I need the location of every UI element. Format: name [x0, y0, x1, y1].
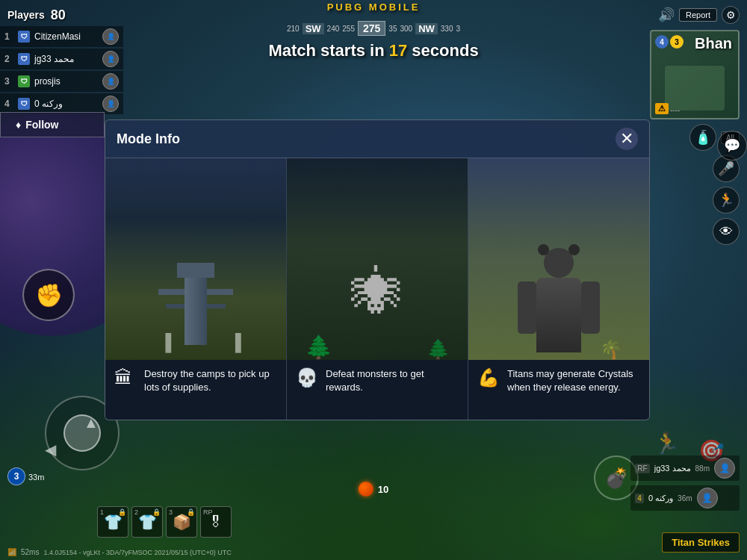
scroll-left-arrow[interactable]: ◀ — [45, 441, 56, 458]
top-right-controls: 🔊 Report ⚙ — [658, 6, 740, 24]
titan-strikes-label: Titan Strikes — [662, 532, 740, 553]
card-desc-2: 💀 Defeat monsters to get rewards. — [287, 360, 468, 420]
signal-ms: 52ms — [21, 548, 39, 556]
card-text-1: Destroy the camps to pick up lots of sup… — [144, 367, 277, 394]
mode-card-1: ▐ ▐ 🏛 Destroy the camps to pick up lots … — [105, 158, 287, 420]
wifi-icon: 📶 — [7, 548, 16, 556]
player-avatar-4: 👤 — [102, 96, 119, 112]
grenade-icon: 💣 — [604, 467, 628, 490]
report-button[interactable]: Report — [679, 8, 717, 22]
lock-icon-1: 🔒 — [118, 508, 126, 516]
distance-label: 33m — [28, 473, 44, 482]
player-avatar-2: 👤 — [102, 51, 119, 67]
eye-button[interactable]: 👁 — [713, 218, 740, 245]
players-label: Players — [7, 9, 45, 21]
inv-slot-rp[interactable]: RP 🎖 — [200, 506, 232, 538]
rank-badge-1: 🛡 — [18, 31, 30, 43]
timer-value: 17 — [389, 41, 407, 60]
rank-badge-2: 🛡 — [18, 53, 30, 65]
minimap-signal: ---- — [670, 106, 680, 114]
scroll-up-arrow[interactable]: ▲ — [84, 414, 99, 432]
minimap: Bhan 4 3 ⚠ ---- — [650, 30, 740, 119]
br-player-1: RF jg33 محمد 88m 👤 — [630, 455, 740, 481]
card-desc-1: 🏛 Destroy the camps to pick up lots of s… — [105, 360, 286, 420]
medkit-button[interactable]: 🧴 — [689, 124, 716, 151]
card-image-1: ▐ ▐ — [105, 158, 286, 360]
modal-title: Mode Info — [117, 131, 180, 147]
run-button[interactable]: 🏃 — [713, 187, 740, 214]
mode-card-3: 🌴 💪 Titans may generate Crystals when th… — [468, 158, 649, 420]
br-avatar-1: 👤 — [714, 458, 735, 479]
player-item: 4 🛡 ورکنه 0 👤 — [0, 93, 123, 114]
settings-button[interactable]: ⚙ — [722, 6, 740, 24]
inv-slot-3[interactable]: 3 📦 🔒 — [166, 506, 197, 538]
minimap-terrain — [665, 66, 725, 111]
minimap-badges: 4 3 — [655, 35, 684, 49]
mode-card-2: 🕷 🌲 🌲 💀 Defeat monsters to get rewards. — [287, 158, 468, 420]
modal-header: Mode Info ✕ — [105, 120, 649, 158]
collectible-ball — [359, 482, 374, 497]
fist-icon: ✊ — [35, 282, 63, 308]
modal-close-button[interactable]: ✕ — [616, 128, 638, 150]
running-figure: 🏃 — [654, 431, 680, 455]
camp-icon: 🏛 — [114, 367, 137, 388]
player-avatar-1: 👤 — [102, 28, 119, 45]
lock-icon-2: 🔒 — [152, 508, 161, 516]
compass: 210 SW 240 255 275 35 300 NW 330 3 — [287, 3, 460, 36]
collectibles-counter: 10 — [359, 482, 388, 497]
signal-info: 📶 52ms 1.4.0J5154 - vgLKt - 3DA/7yFMSOC … — [7, 548, 232, 556]
inv-slot-1[interactable]: 1 👕 🔒 — [97, 506, 128, 538]
titan-icon: 💪 — [477, 367, 500, 388]
player-item: 1 🛡 CitizenMasi 👤 — [0, 26, 123, 47]
rank-badge-3: 🛡 — [18, 75, 30, 87]
minimap-location: Bhan — [695, 35, 732, 52]
monster-icon: 💀 — [296, 367, 318, 388]
fist-button[interactable]: ✊ — [22, 269, 75, 321]
card-desc-3: 💪 Titans may generate Crystals when they… — [468, 360, 649, 420]
follow-button[interactable]: ♦ Follow — [0, 112, 105, 137]
br-rank-2: 4 — [635, 494, 644, 503]
br-player-2: 4 ورکنه 0 36m 👤 — [630, 485, 740, 511]
bottom-right-players: RF jg33 محمد 88m 👤 4 ورکنه 0 36m 👤 — [630, 455, 740, 515]
collectible-count: 10 — [378, 484, 388, 495]
modal-cards: ▐ ▐ 🏛 Destroy the camps to pick up lots … — [105, 158, 649, 420]
chat-button[interactable]: 💬 — [717, 131, 747, 161]
player-avatar-3: 👤 — [102, 73, 119, 90]
top-hud: Players 80 PUBG MOBILE 210 SW 240 255 27… — [0, 0, 747, 30]
sound-icon[interactable]: 🔊 — [658, 7, 675, 23]
rank-badge-4: 🛡 — [18, 98, 30, 110]
diamond-icon: ♦ — [16, 119, 21, 131]
minimap-warning: ⚠ — [655, 103, 669, 114]
mode-info-modal: Mode Info ✕ ▐ — [105, 119, 650, 420]
match-timer: Match starts in 17 seconds — [268, 41, 478, 60]
card-image-2: 🕷 🌲 🌲 — [287, 158, 468, 360]
players-section: Players 80 — [7, 7, 66, 23]
players-count: 80 — [51, 7, 66, 23]
card-image-3: 🌴 — [468, 158, 649, 360]
card-text-2: Defeat monsters to get rewards. — [326, 367, 459, 394]
card-text-3: Titans may generate Crystals when they r… — [507, 367, 640, 394]
inventory-slots: 1 👕 🔒 2 👕 🔒 3 📦 🔒 RP 🎖 — [97, 506, 232, 538]
level-badge: 3 — [7, 467, 25, 485]
br-avatar-2: 👤 — [697, 488, 718, 508]
chat-icon: 💬 — [724, 137, 740, 154]
player-item: 3 🛡 prosjis 👤 — [0, 71, 123, 92]
br-rank-1: RF — [635, 464, 649, 473]
version-text: 1.4.0J5154 - vgLKt - 3DA/7yFMSOC 2021/05… — [43, 549, 231, 556]
modal-container: Mode Info ✕ ▐ — [105, 119, 650, 420]
lock-icon-3: 🔒 — [187, 508, 195, 516]
inv-slot-2[interactable]: 2 👕 🔒 — [131, 506, 163, 538]
player-item: 2 🛡 jg33 محمد 👤 — [0, 49, 123, 69]
player-list: 1 🛡 CitizenMasi 👤 2 🛡 jg33 محمد 👤 3 🛡 pr… — [0, 26, 123, 116]
